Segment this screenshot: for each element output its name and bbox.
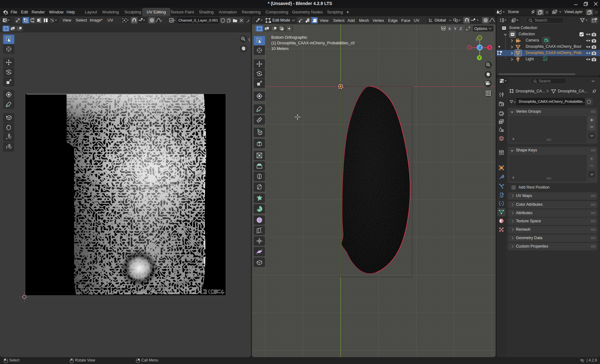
svg-text:Bottom Orthographic: Bottom Orthographic bbox=[271, 35, 307, 40]
svg-text:(1) Drosophila_CAAX-mCherry_Pr: (1) Drosophila_CAAX-mCherry_Probabilitie… bbox=[271, 41, 355, 45]
svg-text:10 Meters: 10 Meters bbox=[271, 47, 289, 51]
svg-text:X: X bbox=[489, 46, 491, 49]
svg-text:Y: Y bbox=[478, 56, 481, 60]
svg-text:-Z: -Z bbox=[478, 46, 481, 49]
